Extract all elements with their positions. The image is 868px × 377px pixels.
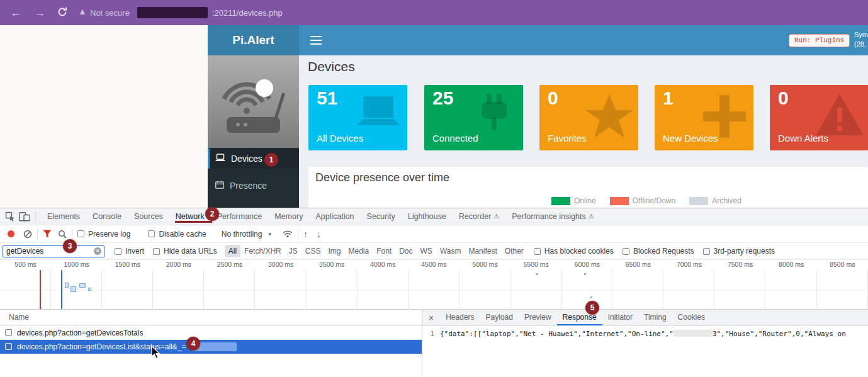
- filter-chip-js[interactable]: JS: [285, 245, 302, 257]
- preserve-log-checkbox[interactable]: Preserve log: [77, 230, 130, 239]
- devtools-tab-performance-insights[interactable]: Performance insights⚠: [505, 208, 600, 225]
- timeline-label: 3500 ms: [307, 260, 358, 270]
- filter-chip-fetch-xhr[interactable]: Fetch/XHR: [240, 245, 285, 257]
- hamburger-icon[interactable]: [310, 36, 322, 45]
- response-viewer: 1{"data":[["laptop","Net - Huawei","Inte…: [422, 326, 868, 377]
- filter-chip-media[interactable]: Media: [344, 245, 373, 257]
- detail-tab-preview[interactable]: Preview: [519, 310, 557, 325]
- detail-tab-headers[interactable]: Headers: [440, 310, 480, 325]
- request-row-selected[interactable]: devices.php?action=getDevicesList&status…: [0, 340, 422, 354]
- line-number: 1: [422, 330, 440, 338]
- devtools-tab-application[interactable]: Application: [309, 208, 360, 225]
- filter-chip-manifest[interactable]: Manifest: [465, 245, 500, 257]
- filter-chip-css[interactable]: CSS: [302, 245, 325, 257]
- presence-panel-title: Device presence over time: [315, 171, 449, 184]
- card-new-devices[interactable]: 1 New Devices: [655, 85, 753, 150]
- detail-tab-payload[interactable]: Payload: [480, 310, 519, 325]
- run-plugins-button[interactable]: Run: Plugins: [789, 34, 850, 47]
- sidebar-item-devices[interactable]: Devices: [208, 149, 299, 169]
- search-icon[interactable]: [58, 230, 67, 239]
- checkbox[interactable]: [5, 329, 12, 336]
- devtools-tab-lighthouse[interactable]: Lighthouse: [402, 208, 453, 225]
- checkbox[interactable]: [148, 230, 155, 237]
- import-har-icon[interactable]: ↑: [303, 229, 308, 239]
- invert-checkbox[interactable]: Invert: [115, 247, 144, 256]
- filter-chip-font[interactable]: Font: [373, 245, 395, 257]
- screenshot-root: ← → ▲ Not secure :20211/devices.php Pi.A…: [0, 0, 868, 377]
- activity-mark: [79, 283, 86, 288]
- checkbox[interactable]: [623, 248, 629, 255]
- checkbox[interactable]: [77, 230, 84, 237]
- timeline-label: 6000 ms: [561, 260, 612, 270]
- request-row[interactable]: devices.php?action=getDevicesTotals: [0, 326, 422, 340]
- close-icon[interactable]: ×: [422, 313, 440, 323]
- checkbox[interactable]: [115, 248, 121, 255]
- devtools-tab-elements[interactable]: Elements: [41, 208, 86, 225]
- throttling-dropdown[interactable]: No throttling▾: [222, 230, 271, 239]
- router-image: [208, 55, 299, 148]
- checkbox[interactable]: [153, 248, 160, 255]
- inspect-element-icon[interactable]: [5, 211, 15, 222]
- device-toolbar-icon[interactable]: [19, 212, 30, 222]
- network-toolbar: Preserve log Disable cache No throttling…: [0, 225, 868, 243]
- devtools-tabbar: Elements Console Sources Network Perform…: [0, 208, 868, 225]
- forward-icon[interactable]: →: [31, 5, 48, 20]
- network-filter-row: getDevices ✕ Invert Hide data URLs All F…: [0, 243, 868, 260]
- devtools-tab-sources[interactable]: Sources: [128, 208, 169, 225]
- devtools-tab-recorder[interactable]: Recorder⚠: [453, 208, 505, 225]
- card-connected[interactable]: 25 Connected: [424, 85, 523, 150]
- card-favorites[interactable]: 0 Favorites: [539, 85, 638, 150]
- filter-icon[interactable]: [43, 230, 52, 238]
- card-all-devices[interactable]: 51 All Devices: [308, 85, 407, 150]
- card-value: 25: [432, 87, 453, 109]
- filter-chip-all[interactable]: All: [225, 245, 240, 257]
- experiment-warning-icon: ⚠: [589, 208, 594, 225]
- record-button[interactable]: [8, 230, 14, 237]
- export-har-icon[interactable]: ↓: [317, 229, 321, 239]
- clear-icon[interactable]: [23, 230, 32, 239]
- timeline-overview[interactable]: [0, 270, 868, 309]
- devtools-tab-performance[interactable]: Performance: [211, 208, 269, 225]
- filter-chip-doc[interactable]: Doc: [395, 245, 416, 257]
- activity-mark: [65, 283, 69, 288]
- filter-chip-img[interactable]: Img: [324, 245, 344, 257]
- checkbox[interactable]: [534, 248, 541, 255]
- timeline-label: 7000 ms: [663, 260, 714, 270]
- devtools-tab-console[interactable]: Console: [86, 208, 128, 225]
- detail-tab-timing[interactable]: Timing: [638, 310, 672, 325]
- laptop-icon: [215, 154, 225, 164]
- devtools-tab-memory[interactable]: Memory: [268, 208, 309, 225]
- checkbox[interactable]: [5, 343, 12, 350]
- clear-filter-icon[interactable]: ✕: [94, 247, 101, 255]
- hide-data-urls-checkbox[interactable]: Hide data URLs: [153, 247, 217, 256]
- user-info[interactable]: Sym (28,: [854, 30, 868, 49]
- reload-icon[interactable]: [54, 6, 70, 21]
- network-conditions-icon[interactable]: [283, 230, 293, 238]
- checkbox[interactable]: [703, 248, 710, 255]
- presence-panel: Device presence over time Online Offline…: [308, 167, 868, 208]
- timeline-labels: 500 ms 1000 ms 1500 ms 2000 ms 2500 ms 3…: [0, 260, 868, 270]
- back-icon[interactable]: ←: [8, 5, 24, 20]
- detail-tab-initiator[interactable]: Initiator: [602, 310, 638, 325]
- card-down-alerts[interactable]: 0 Down Alerts: [770, 85, 868, 150]
- pialert-logo[interactable]: Pi.Alert: [208, 25, 299, 55]
- filter-input[interactable]: getDevices ✕: [3, 245, 104, 257]
- devtools-tab-security[interactable]: Security: [361, 208, 402, 225]
- legend-offline: Offline/Down: [610, 196, 675, 205]
- sidebar-item-presence[interactable]: Presence: [208, 176, 299, 196]
- detail-tab-cookies[interactable]: Cookies: [672, 310, 711, 325]
- divider: [37, 229, 38, 239]
- third-party-requests-checkbox[interactable]: 3rd-party requests: [703, 247, 775, 256]
- network-timeline[interactable]: 500 ms 1000 ms 1500 ms 2000 ms 2500 ms 3…: [0, 260, 868, 310]
- filter-chip-other[interactable]: Other: [501, 245, 527, 257]
- disable-cache-checkbox[interactable]: Disable cache: [148, 230, 206, 239]
- response-text: {"data":[["laptop","Net - Huawei","Inter…: [440, 330, 674, 338]
- request-list-header[interactable]: Name: [0, 310, 422, 326]
- app-content: Devices 51 All Devices 25 Connected 0 Fa…: [299, 55, 868, 208]
- filter-chip-wasm[interactable]: Wasm: [436, 245, 465, 257]
- timeline-label: 5500 ms: [510, 260, 561, 270]
- blocked-requests-checkbox[interactable]: Blocked Requests: [623, 247, 694, 256]
- has-blocked-cookies-checkbox[interactable]: Has blocked cookies: [534, 247, 614, 256]
- filter-chip-ws[interactable]: WS: [417, 245, 436, 257]
- page-blank-area: [0, 25, 208, 208]
